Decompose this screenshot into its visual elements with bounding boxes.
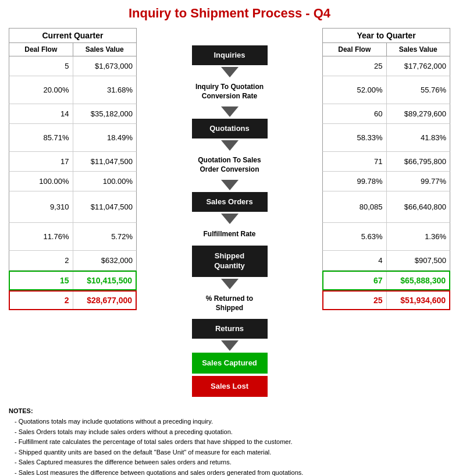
right-deal-flow-cell: 25 xyxy=(323,56,387,76)
right-panel: Year to Quarter Deal Flow Sales Value 25… xyxy=(322,28,450,310)
note-item: - Sales Lost measures the difference bet… xyxy=(15,468,450,476)
right-sales-value-cell: 99.77% xyxy=(387,172,450,191)
right-table-row: 25$17,762,000 xyxy=(322,56,450,76)
left-deal-flow-cell: 20.00% xyxy=(9,76,73,104)
left-deal-flow-cell: 17 xyxy=(9,152,73,171)
center-btn-returns[interactable]: Returns xyxy=(192,319,268,339)
left-table-row: 15$10,415,500 xyxy=(9,271,137,290)
left-deal-flow-cell: 100.00% xyxy=(9,172,73,191)
left-deal-flow-cell: 11.76% xyxy=(9,223,73,250)
left-table-row: 5$1,673,000 xyxy=(9,56,137,76)
left-col2-header: Sales Value xyxy=(73,43,137,56)
left-sales-value-cell: $28,677,000 xyxy=(73,292,136,309)
right-table-row: 67$65,888,300 xyxy=(322,271,450,290)
left-sales-value-cell: $632,000 xyxy=(73,251,137,270)
center-label: Fulfillment Rate xyxy=(201,225,258,244)
right-sales-value-cell: 55.76% xyxy=(387,76,450,104)
left-sales-value-cell: $35,182,000 xyxy=(73,104,137,123)
right-sales-value-cell: $51,934,600 xyxy=(387,292,450,309)
page-title: Inquiry to Shipment Process - Q4 xyxy=(9,6,450,21)
left-col-headers: Deal Flow Sales Value xyxy=(9,43,137,56)
left-table-row: 85.71%18.49% xyxy=(9,124,137,152)
arrow-down-icon xyxy=(221,340,239,351)
right-deal-flow-cell: 60 xyxy=(323,104,387,123)
right-col-headers: Deal Flow Sales Value xyxy=(322,43,450,56)
center-btn-inquiries[interactable]: Inquiries xyxy=(192,45,268,65)
note-item: - Shipped quantity units are based on th… xyxy=(15,447,450,458)
right-sales-value-cell: 1.36% xyxy=(387,223,450,250)
center-btn-sales-orders[interactable]: Sales Orders xyxy=(192,192,268,212)
left-sales-value-cell: 100.00% xyxy=(73,172,137,191)
center-btn-sales-captured[interactable]: Sales Captured xyxy=(192,353,268,374)
note-item: - Sales Orders totals may include sales … xyxy=(15,427,450,438)
center-label: % Returned to Shipped xyxy=(204,290,255,318)
arrow-down-icon xyxy=(221,140,239,151)
right-deal-flow-cell: 99.78% xyxy=(323,172,387,191)
right-col1-header: Deal Flow xyxy=(323,43,387,56)
right-deal-flow-cell: 25 xyxy=(323,292,387,309)
right-table-row: 25$51,934,600 xyxy=(322,290,450,310)
left-col1-header: Deal Flow xyxy=(9,43,73,56)
right-table-row: 4$907,500 xyxy=(322,251,450,271)
right-table-row: 60$89,279,600 xyxy=(322,104,450,124)
right-deal-flow-cell: 80,085 xyxy=(323,191,387,222)
center-btn-quotations[interactable]: Quotations xyxy=(192,119,268,138)
left-table-row: 20.00%31.68% xyxy=(9,76,137,104)
left-sales-value-cell: $10,415,500 xyxy=(73,272,136,289)
left-sales-value-cell: 5.72% xyxy=(73,223,137,250)
right-sales-value-cell: $65,888,300 xyxy=(387,272,450,289)
note-item: - Sales Captured measures the difference… xyxy=(15,457,450,468)
left-deal-flow-cell: 85.71% xyxy=(9,124,73,151)
note-item: - Quotations totals may include quotatio… xyxy=(15,417,450,427)
right-sales-value-cell: $17,762,000 xyxy=(387,56,450,76)
right-deal-flow-cell: 71 xyxy=(323,152,387,171)
right-sales-value-cell: $89,279,600 xyxy=(387,104,450,123)
left-deal-flow-cell: 2 xyxy=(9,251,73,270)
left-deal-flow-cell: 9,310 xyxy=(9,191,73,222)
center-btn-shipped-quantity[interactable]: Shipped Quantity xyxy=(192,246,268,277)
left-deal-flow-cell: 2 xyxy=(10,292,73,309)
left-table-row: 17$11,047,500 xyxy=(9,152,137,172)
left-table-row: 9,310$11,047,500 xyxy=(9,191,137,223)
right-deal-flow-cell: 67 xyxy=(323,272,387,289)
right-col2-header: Sales Value xyxy=(387,43,450,56)
right-table-row: 71$66,795,800 xyxy=(322,152,450,172)
left-sales-value-cell: 18.49% xyxy=(73,124,137,151)
left-deal-flow-cell: 5 xyxy=(9,56,73,76)
left-table-row: 100.00%100.00% xyxy=(9,172,137,191)
right-table-row: 5.63%1.36% xyxy=(322,223,450,251)
center-btn-sales-lost[interactable]: Sales Lost xyxy=(192,376,268,397)
right-sales-value-cell: $66,640,800 xyxy=(387,191,450,222)
left-table-row: 11.76%5.72% xyxy=(9,223,137,251)
center-items: InquiriesInquiry To Quotation Conversion… xyxy=(192,44,268,398)
right-table-row: 58.33%41.83% xyxy=(322,124,450,152)
note-item: - Fulfillment rate calculates the percen… xyxy=(15,437,450,447)
left-table-row: 14$35,182,000 xyxy=(9,104,137,124)
notes-section: NOTES: - Quotations totals may include q… xyxy=(9,407,450,476)
right-sales-value-cell: 41.83% xyxy=(387,124,450,151)
right-table-row: 52.00%55.76% xyxy=(322,76,450,104)
center-col: InquiriesInquiry To Quotation Conversion… xyxy=(184,28,275,398)
right-deal-flow-cell: 52.00% xyxy=(323,76,387,104)
arrow-down-icon xyxy=(221,279,239,289)
right-deal-flow-cell: 4 xyxy=(323,251,387,270)
left-panel-header: Current Quarter xyxy=(9,28,137,43)
center-label: Quotation To Sales Order Conversion xyxy=(195,151,263,179)
left-sales-value-cell: $11,047,500 xyxy=(73,191,137,222)
right-panel-header: Year to Quarter xyxy=(322,28,450,43)
right-sales-value-cell: $66,795,800 xyxy=(387,152,450,171)
main-layout: Current Quarter Deal Flow Sales Value 5$… xyxy=(9,28,450,398)
left-table-row: 2$632,000 xyxy=(9,251,137,271)
left-sales-value-cell: $1,673,000 xyxy=(73,56,137,76)
right-rows: 25$17,762,00052.00%55.76%60$89,279,60058… xyxy=(322,56,450,310)
right-table-row: 80,085$66,640,800 xyxy=(322,191,450,223)
arrow-down-icon xyxy=(221,180,239,190)
right-deal-flow-cell: 5.63% xyxy=(323,223,387,250)
left-sales-value-cell: 31.68% xyxy=(73,76,137,104)
arrow-down-icon xyxy=(221,214,239,224)
right-deal-flow-cell: 58.33% xyxy=(323,124,387,151)
left-rows: 5$1,673,00020.00%31.68%14$35,182,00085.7… xyxy=(9,56,137,310)
notes-title: NOTES: xyxy=(9,407,450,414)
left-deal-flow-cell: 14 xyxy=(9,104,73,123)
arrow-down-icon xyxy=(221,67,239,77)
